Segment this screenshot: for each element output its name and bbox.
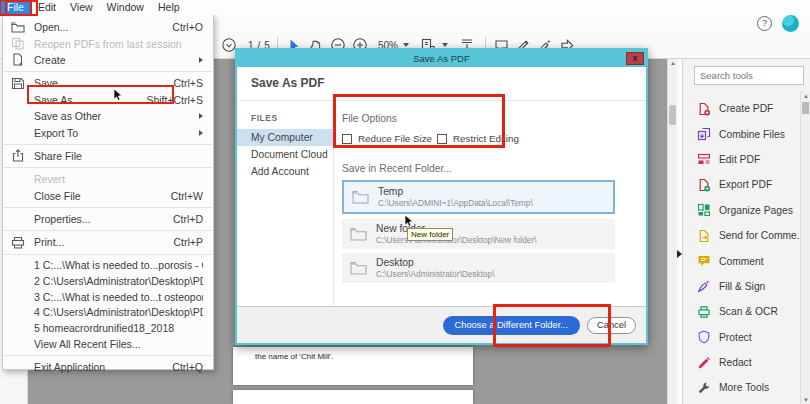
folder-path: C:\Users\Administrator\Desktop\New folde…	[376, 235, 536, 245]
tools-scrollbar[interactable]: ▲ ▼	[800, 92, 810, 404]
page-fit-dropdown-icon[interactable]	[442, 43, 448, 47]
menu-item-recent-5[interactable]: 5 homeacrordrunified18_2018	[3, 320, 213, 336]
tool-more-tools[interactable]: More Tools	[697, 375, 799, 400]
tools-panel: Create PDF Combine Files Edit PDF	[682, 58, 810, 404]
print-icon	[11, 236, 28, 249]
pdf-page-next	[233, 390, 473, 404]
reduce-file-size-checkbox[interactable]	[342, 134, 352, 144]
menubar-help[interactable]: Help	[151, 0, 187, 15]
dialog-titlebar: Save As PDF x	[237, 50, 646, 67]
files-section-label: FILES	[237, 101, 333, 129]
dialog-title: Save As PDF	[413, 53, 470, 64]
create-page-icon	[11, 53, 28, 66]
document-text: the name of 'Chit Mill'.	[255, 352, 333, 361]
dialog-sidebar: FILES My Computer Document Cloud Add Acc…	[237, 101, 334, 306]
submenu-arrow-icon	[199, 113, 203, 119]
menu-item-recent-4[interactable]: 4 C:\Users\Administrator\Desktop\PDF Fil…	[3, 304, 213, 320]
fill-sign-icon	[697, 279, 711, 293]
menu-item-open[interactable]: Open... Ctrl+O	[3, 19, 213, 35]
tools-scrollbar-thumb[interactable]	[802, 102, 809, 114]
dialog-content: File Options Reduce File Size Restrict E…	[334, 101, 646, 306]
folder-icon	[350, 227, 367, 241]
tool-fill-sign[interactable]: Fill & Sign	[697, 274, 799, 299]
tool-send-for-comments[interactable]: Send for Comme...	[697, 223, 799, 248]
menu-item-print[interactable]: Print... Ctrl+P	[3, 234, 213, 250]
menu-bar: File Edit View Window Help	[0, 0, 810, 15]
folder-name: Desktop	[376, 257, 495, 268]
menu-item-export-to[interactable]: Export To	[3, 124, 213, 140]
folder-item-desktop[interactable]: Desktop C:\Users\Administrator\Desktop\	[342, 253, 615, 283]
combine-files-icon	[697, 127, 711, 141]
search-tools-input[interactable]	[694, 66, 804, 85]
export-pdf-icon	[697, 178, 711, 192]
protect-shield-icon	[697, 330, 711, 344]
tool-redact[interactable]: Redact	[697, 350, 799, 375]
menu-item-recent-1[interactable]: 1 C:...\What is needed to...porosis - Co…	[3, 258, 213, 274]
cancel-button[interactable]: Cancel	[587, 317, 636, 334]
submenu-arrow-icon	[199, 130, 203, 136]
tool-export-pdf[interactable]: Export PDF	[697, 172, 799, 197]
tool-create-pdf[interactable]: Create PDF	[697, 96, 799, 121]
scrollbar-thumb[interactable]	[669, 105, 676, 125]
send-for-comments-icon	[697, 229, 711, 243]
save-as-pdf-dialog: Save As PDF x Save As PDF FILES My Compu…	[235, 48, 648, 345]
nav-my-computer[interactable]: My Computer	[237, 129, 333, 146]
folder-icon	[352, 190, 369, 204]
tool-protect[interactable]: Protect	[697, 325, 799, 350]
acrobat-window: the name of 'Chit Mill'. ▲ File Edit Vie…	[0, 0, 810, 404]
tool-edit-pdf[interactable]: Edit PDF	[697, 147, 799, 172]
tool-comment[interactable]: Comment	[697, 248, 799, 273]
comment-icon	[697, 254, 711, 268]
new-folder-tooltip: New folder	[407, 228, 453, 241]
menu-item-revert: Revert	[3, 171, 213, 187]
open-folder-icon	[11, 21, 28, 34]
menu-item-properties[interactable]: Properties... Ctrl+D	[3, 211, 213, 227]
folder-item-new-folder[interactable]: New folder C:\Users\Administrator\Deskto…	[342, 219, 615, 249]
pdf-page: the name of 'Chit Mill'.	[233, 347, 473, 385]
avatar[interactable]	[782, 15, 799, 32]
tools-list: Create PDF Combine Files Edit PDF	[697, 96, 799, 401]
menu-item-recent-3[interactable]: 3 C:...\What is needed to...t osteoporos…	[3, 289, 213, 305]
recent-folder-heading: Save in Recent Folder...	[342, 163, 452, 174]
tools-scroll-down-icon[interactable]: ▼	[801, 397, 810, 403]
menu-item-exit-application[interactable]: Exit Application Ctrl+Q	[3, 359, 213, 375]
file-options-heading: File Options	[342, 113, 397, 124]
menu-item-recent-2[interactable]: 2 C:\Users\Administrator\Desktop\PDF Fil…	[3, 273, 213, 289]
dialog-close-button[interactable]: x	[626, 52, 644, 65]
dialog-heading: Save As PDF	[251, 76, 325, 90]
tools-scroll-up-icon[interactable]: ▲	[801, 93, 810, 99]
submenu-arrow-icon	[199, 57, 203, 63]
menu-item-create[interactable]: Create	[3, 52, 213, 68]
choose-different-folder-button[interactable]: Choose a Different Folder...	[443, 316, 581, 335]
tool-scan-ocr[interactable]: Scan & OCR	[697, 299, 799, 324]
redact-icon	[697, 356, 711, 370]
share-file-icon	[11, 149, 28, 162]
menubar-file[interactable]: File	[0, 0, 31, 15]
reopen-pdfs-icon	[11, 37, 28, 50]
folder-path: C:\Users\Administrator\Desktop\	[376, 269, 495, 279]
menubar-window[interactable]: Window	[100, 0, 151, 15]
dialog-footer: Choose a Different Folder... Cancel	[237, 306, 646, 343]
menu-item-view-all-recent[interactable]: View All Recent Files...	[3, 336, 213, 352]
nav-add-account[interactable]: Add Account	[237, 163, 333, 180]
tool-organize-pages[interactable]: Organize Pages	[697, 198, 799, 223]
menu-item-close-file[interactable]: Close File Ctrl+W	[3, 188, 213, 204]
scan-ocr-icon	[697, 305, 711, 319]
folder-name: New folder	[376, 223, 536, 234]
menu-item-save[interactable]: Save Ctrl+S	[3, 75, 213, 91]
folder-icon	[350, 261, 367, 275]
tool-combine-files[interactable]: Combine Files	[697, 121, 799, 146]
menubar-edit[interactable]: Edit	[31, 0, 63, 15]
help-icon[interactable]: ?	[757, 16, 772, 31]
more-tools-wrench-icon	[697, 381, 711, 395]
restrict-editing-checkbox[interactable]	[437, 134, 447, 144]
zoom-dropdown-icon[interactable]	[403, 43, 409, 47]
menu-item-save-as-other[interactable]: Save as Other	[3, 108, 213, 124]
folder-item-temp[interactable]: Temp C:\Users\ADMINI~1\AppData\Local\Tem…	[342, 180, 615, 214]
menu-item-reopen-pdfs: Reopen PDFs from last session	[3, 35, 213, 51]
menu-item-share-file[interactable]: Share File	[3, 148, 213, 164]
menubar-view[interactable]: View	[63, 0, 100, 15]
nav-document-cloud[interactable]: Document Cloud	[237, 146, 333, 163]
menu-item-save-as[interactable]: Save As... Shift+Ctrl+S	[3, 92, 213, 108]
restrict-editing-label: Restrict Editing	[453, 133, 519, 144]
